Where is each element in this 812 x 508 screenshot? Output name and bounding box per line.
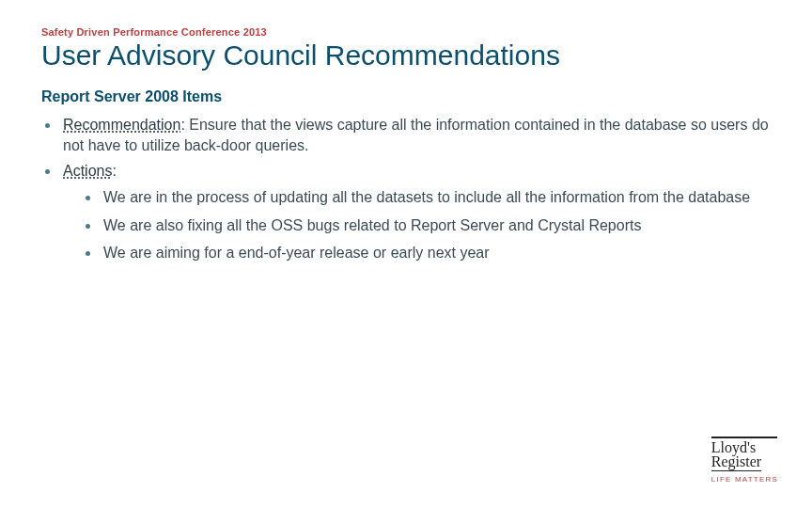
bullet-icon [45,123,50,128]
sub-item-text: We are in the process of updating all th… [103,187,771,208]
item-text: : [112,163,116,179]
logo-line2: Register [711,454,761,471]
page-title: User Advisory Council Recommendations [41,40,771,71]
item-label: Recommendation [63,117,180,133]
bullet-icon [86,251,90,256]
sub-item-text: We are aiming for a end-of-year release … [103,243,771,263]
list-item: We are in the process of updating all th… [86,187,771,208]
bullet-icon [45,169,50,174]
main-bullet-list: Recommendation: Ensure that the views ca… [41,115,771,271]
section-subtitle: Report Server 2008 Items [41,88,771,105]
bullet-icon [86,196,90,200]
list-item: Actions: We are in the process of updati… [45,161,771,271]
logo-tagline: LIFE MATTERS [711,475,778,484]
logo-line1: Lloyd's [711,440,778,454]
sub-bullet-list: We are in the process of updating all th… [63,187,771,263]
list-item: We are also fixing all the OSS bugs rela… [86,215,771,236]
list-item: We are aiming for a end-of-year release … [86,243,771,263]
conference-label: Safety Driven Performance Conference 201… [41,26,771,38]
sub-item-text: We are also fixing all the OSS bugs rela… [103,215,771,236]
item-label: Actions [63,163,112,179]
logo-text: Lloyd's Register [711,440,778,471]
bullet-icon [86,224,90,229]
list-item: Recommendation: Ensure that the views ca… [45,115,771,157]
logo-rule-icon [711,437,777,438]
logo: Lloyd's Register LIFE MATTERS [711,437,778,484]
